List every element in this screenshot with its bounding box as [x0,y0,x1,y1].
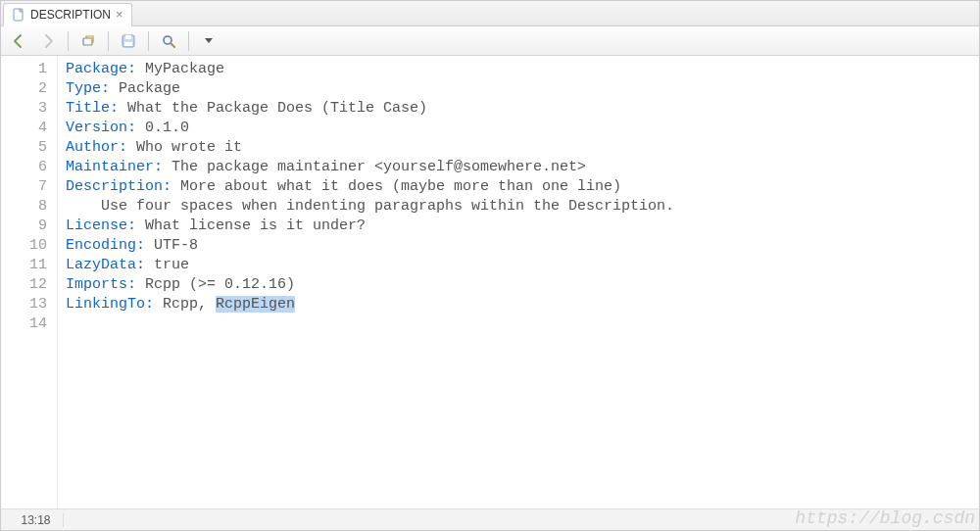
code-line[interactable]: Use four spaces when indenting paragraph… [66,197,971,217]
line-number: 13 [5,295,47,314]
popout-button[interactable] [76,29,100,53]
toolbar-separator [188,31,189,51]
field-value: Rcpp, [154,296,216,313]
field-key: Type: [66,80,110,97]
file-icon [12,8,25,22]
toolbar-separator [148,31,149,51]
svg-rect-4 [124,42,132,46]
field-key: Encoding: [66,237,145,254]
status-bar: 13:18 [1,508,979,530]
field-value: The package maintainer <yourself@somewhe… [163,159,586,175]
search-button[interactable] [157,29,180,53]
code-line[interactable]: LinkingTo: Rcpp, RcppEigen [66,295,971,314]
code-line[interactable]: Imports: Rcpp (>= 0.12.16) [66,275,971,295]
line-number: 4 [5,119,47,138]
line-number: 1 [5,60,47,79]
code-line[interactable]: Type: Package [66,79,971,99]
editor[interactable]: 1234567891011121314 Package: MyPackageTy… [1,56,979,508]
field-value: Rcpp (>= 0.12.16) [136,276,295,293]
line-number: 12 [5,275,47,295]
field-value: Package [110,80,180,97]
field-value: 0.1.0 [136,120,189,136]
line-number: 14 [5,314,47,334]
toolbar-separator [68,31,69,51]
dropdown-button[interactable] [197,29,220,53]
line-number: 7 [5,177,47,197]
save-button[interactable] [117,29,140,53]
code-line[interactable]: Encoding: UTF-8 [66,236,971,256]
svg-rect-1 [83,38,92,45]
field-key: Description: [66,178,172,195]
field-value: Who wrote it [127,139,242,156]
line-number: 11 [5,256,47,275]
field-key: Title: [66,100,119,117]
selected-text: RcppEigen [216,296,295,313]
field-key: License: [66,217,136,234]
code-line[interactable]: LazyData: true [66,256,971,275]
field-key: Version: [66,120,136,136]
line-number: 5 [5,138,47,158]
cursor-position: 13:18 [9,513,64,527]
line-number: 8 [5,197,47,217]
code-line[interactable]: Maintainer: The package maintainer <your… [66,158,971,177]
code-area[interactable]: Package: MyPackageType: PackageTitle: Wh… [58,56,979,508]
field-value: What license is it under? [136,217,366,234]
back-button[interactable] [7,29,30,53]
code-line[interactable]: License: What license is it under? [66,217,971,236]
svg-rect-3 [125,35,131,39]
code-line[interactable]: Description: More about what it does (ma… [66,177,971,197]
tab-title: DESCRIPTION [30,8,111,22]
line-number: 10 [5,236,47,256]
field-key: Package: [66,61,136,77]
field-key: Imports: [66,276,136,293]
chevron-down-icon [205,38,213,43]
field-value: More about what it does (maybe more than… [172,178,621,195]
field-value: true [145,257,189,273]
svg-line-6 [171,43,174,47]
tab-bar: DESCRIPTION × [1,1,979,26]
code-line[interactable]: Version: 0.1.0 [66,119,971,138]
toolbar [1,26,979,56]
line-number: 2 [5,79,47,99]
tab-description[interactable]: DESCRIPTION × [3,3,132,26]
line-number-gutter: 1234567891011121314 [1,56,58,508]
code-line[interactable]: Package: MyPackage [66,60,971,79]
line-number: 3 [5,99,47,119]
line-number: 6 [5,158,47,177]
toolbar-separator [108,31,109,51]
field-value: UTF-8 [145,237,198,254]
code-line[interactable]: Author: Who wrote it [66,138,971,158]
code-line[interactable]: Title: What the Package Does (Title Case… [66,99,971,119]
field-value: What the Package Does (Title Case) [119,100,427,117]
field-value: MyPackage [136,61,224,77]
field-value: Use four spaces when indenting paragraph… [66,198,674,215]
field-key: LazyData: [66,257,145,273]
forward-button[interactable] [36,29,60,53]
field-key: Author: [66,139,127,156]
field-key: LinkingTo: [66,296,154,313]
line-number: 9 [5,217,47,236]
code-line[interactable] [66,314,971,334]
close-icon[interactable]: × [116,8,123,21]
field-key: Maintainer: [66,159,163,175]
